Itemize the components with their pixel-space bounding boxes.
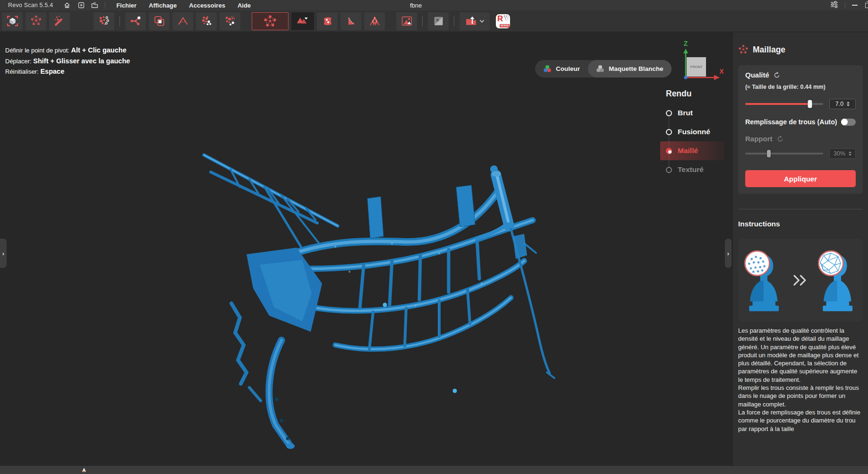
radio-disabled-icon [666, 167, 672, 173]
tool-mesh-options[interactable] [291, 12, 314, 30]
scanned-mesh-model [194, 142, 557, 454]
rendu-title: Rendu [666, 89, 724, 99]
menu-fichier[interactable]: Fichier [110, 0, 143, 10]
render-color-toggle: Couleur Maquette Blanche [535, 60, 672, 78]
mesh-settings-card: Qualité (≈ Taille de la grille: 0.44 mm)… [738, 65, 863, 194]
window-controls-separator [845, 2, 845, 9]
hint-line: Déplacer: Shift + Glisser avec la gauche [5, 56, 130, 67]
tool-simplify[interactable] [340, 12, 361, 30]
tool-mesh-generate[interactable] [252, 12, 289, 30]
rendu-option-fusionne[interactable]: Fusionné [660, 122, 724, 141]
stepper-arrows-icon[interactable] [847, 102, 850, 107]
mode-maquette-blanche[interactable]: Maquette Blanche [588, 60, 672, 78]
logo-design: DESIGN [500, 24, 510, 27]
window-controls [830, 0, 868, 10]
minimize-icon[interactable] [852, 5, 858, 6]
open-folder-icon[interactable] [91, 2, 98, 9]
rendu-section: Rendu Brut Fusionné Maillé Texturé [660, 89, 724, 179]
rgb-circles-icon [543, 65, 552, 73]
radio-selected-icon [666, 148, 672, 154]
apply-button[interactable]: Appliquer [745, 170, 856, 187]
tool-point-cloud-network[interactable] [26, 12, 46, 30]
quality-value: 7.0 [835, 101, 843, 107]
point-cloud-bust-image [738, 245, 789, 316]
toolbar-separator [119, 16, 120, 26]
tool-bounding-box-scan[interactable] [2, 12, 23, 30]
hole-filling-label: Remplissage de trous (Auto) [745, 118, 837, 126]
hole-filling-toggle[interactable] [841, 119, 856, 126]
viewport-hints: Définir le point de pivot: Alt + Clic ga… [5, 45, 130, 77]
grid-size-hint: (≈ Taille de la grille: 0.44 mm) [745, 84, 856, 90]
maillage-panel: Maillage Qualité (≈ Taille de la grille:… [732, 32, 868, 465]
toolbar-separator [454, 16, 454, 26]
instructions-figure [738, 239, 863, 322]
rendu-option-maille[interactable]: Maillé [660, 141, 724, 160]
tool-point-isolate[interactable] [220, 12, 240, 30]
mouse-cursor [82, 468, 86, 472]
titlebar: Revo Scan 5.5.4 Fichier Affichage Access… [0, 0, 868, 10]
right-panel-collapse-handle[interactable]: › [725, 239, 732, 268]
quality-label: Qualité [745, 71, 769, 79]
new-project-icon[interactable] [77, 2, 85, 9]
restore-icon[interactable] [865, 3, 868, 8]
titlebar-separator [105, 2, 105, 9]
bottom-bar [0, 465, 868, 474]
left-panel-expand-handle[interactable]: › [0, 239, 7, 268]
chevron-down-icon [479, 19, 485, 23]
home-icon[interactable] [63, 2, 70, 9]
tool-fill-holes[interactable] [317, 12, 338, 30]
hint-line: Réinitialiser: Espace [5, 66, 130, 77]
tool-branch-merge[interactable] [125, 12, 146, 30]
mesh-icon [738, 44, 749, 55]
tool-overlap-frames[interactable] [149, 12, 170, 30]
tool-export[interactable] [460, 12, 490, 30]
tool-angle-arc[interactable] [172, 12, 193, 30]
gizmo-front-label: FRONT [690, 65, 703, 69]
gray-circles-icon [596, 65, 604, 73]
gizmo-z-label: Z [684, 40, 688, 47]
reset-icon-disabled [777, 136, 783, 142]
tool-subdivide[interactable] [364, 12, 385, 30]
radio-icon [666, 110, 672, 116]
orientation-gizmo[interactable]: FRONT Z X [674, 39, 725, 86]
mesh-bust-image [812, 245, 863, 316]
hint-line: Définir le point de pivot: Alt + Clic ga… [5, 45, 130, 56]
tool-texture-map[interactable] [396, 12, 417, 30]
ratio-value: 30% [834, 150, 845, 157]
reset-icon[interactable] [774, 72, 780, 78]
stepper-arrows-icon [849, 151, 851, 156]
project-name: fbne [410, 0, 422, 10]
toolbar: R DESIGN [0, 10, 868, 32]
ratio-label: Rapport [745, 135, 773, 143]
menu-accessoires[interactable]: Accessoires [183, 0, 231, 10]
double-chevron-icon [793, 274, 808, 286]
tool-point-fusion[interactable] [196, 12, 217, 30]
tool-point-cloud[interactable] [94, 12, 114, 30]
tool-texture-disabled[interactable] [428, 12, 449, 30]
panel-header: Maillage [738, 43, 863, 56]
panel-title: Maillage [753, 45, 785, 55]
ratio-slider [745, 153, 823, 155]
menu-affichage[interactable]: Affichage [143, 0, 183, 10]
ratio-spinner: 30% [829, 148, 856, 159]
quality-slider-handle[interactable] [808, 100, 812, 108]
revo-scan-window: Revo Scan 5.5.4 Fichier Affichage Access… [0, 0, 868, 474]
ratio-slider-handle [767, 150, 771, 157]
rendu-option-texture[interactable]: Texturé [660, 160, 724, 179]
instructions-body: Les paramètres de qualité contrôlent la … [738, 327, 863, 433]
mode-couleur[interactable]: Couleur [535, 60, 588, 78]
viewport-3d[interactable]: Définir le point de pivot: Alt + Clic ga… [0, 32, 732, 465]
panel-divider [738, 209, 863, 209]
rendu-option-brut[interactable]: Brut [660, 103, 724, 122]
tool-magic-wand[interactable] [49, 12, 70, 30]
toolbar-separator [422, 16, 423, 26]
app-title: Revo Scan 5.5.4 [8, 2, 53, 9]
menu-aide[interactable]: Aide [231, 0, 257, 10]
instructions-title: Instructions [738, 220, 863, 228]
quality-spinner[interactable]: 7.0 [829, 99, 856, 109]
tool-revo-design-logo[interactable]: R DESIGN [493, 12, 513, 30]
quality-slider[interactable] [745, 103, 823, 105]
settings-sliders-icon[interactable] [830, 1, 838, 9]
radio-icon [666, 129, 672, 135]
gizmo-x-label: X [719, 68, 724, 75]
